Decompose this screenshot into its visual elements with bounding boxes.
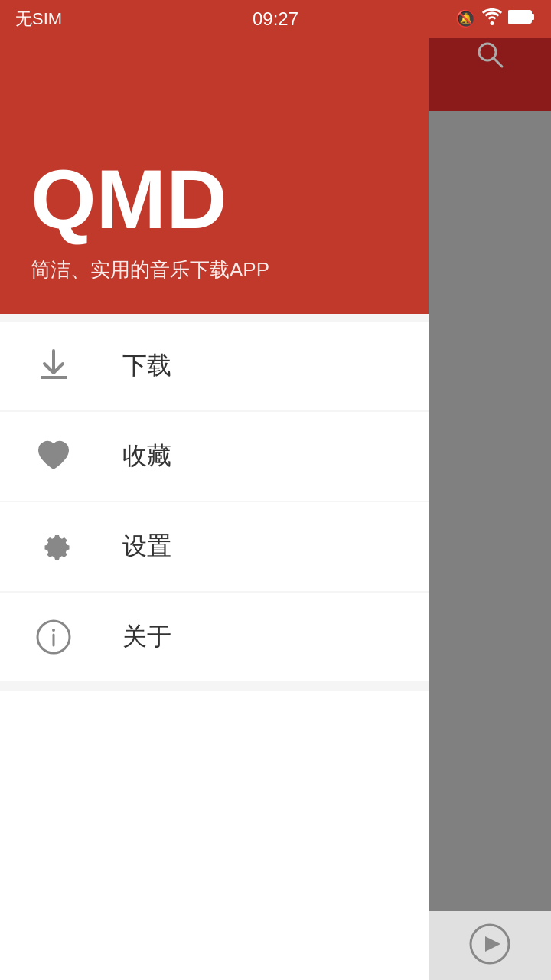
menu-item-download[interactable]: 下载 bbox=[0, 322, 429, 410]
download-icon bbox=[31, 343, 77, 389]
menu-label-about: 关于 bbox=[122, 620, 171, 654]
play-button-area[interactable] bbox=[429, 911, 551, 980]
info-icon bbox=[31, 614, 77, 660]
play-icon[interactable] bbox=[468, 923, 511, 969]
menu-label-download: 下载 bbox=[122, 349, 171, 383]
main-content-overlay[interactable] bbox=[429, 0, 551, 980]
navigation-drawer: QMD 简洁、实用的音乐下载APP 下载 收藏 bbox=[0, 38, 429, 980]
menu-item-favorites[interactable]: 收藏 bbox=[0, 412, 429, 501]
gear-icon bbox=[31, 524, 77, 570]
menu-label-settings: 设置 bbox=[122, 530, 171, 564]
drawer-header: QMD 简洁、实用的音乐下载APP bbox=[0, 38, 429, 314]
menu-item-settings[interactable]: 设置 bbox=[0, 502, 429, 591]
bell-mute-icon: 🔕 bbox=[455, 9, 476, 29]
svg-line-6 bbox=[494, 58, 502, 67]
svg-marker-8 bbox=[485, 936, 500, 952]
time-label: 09:27 bbox=[253, 8, 298, 30]
menu-label-favorites: 收藏 bbox=[122, 439, 171, 473]
svg-point-4 bbox=[52, 629, 55, 632]
drawer-menu: 下载 收藏 设置 bbox=[0, 314, 429, 691]
heart-icon bbox=[31, 433, 77, 479]
status-bar: 无SIM 09:27 🔕 bbox=[0, 0, 551, 38]
search-icon[interactable] bbox=[473, 38, 507, 74]
status-icons: 🔕 bbox=[455, 8, 536, 30]
wifi-icon bbox=[482, 8, 502, 30]
carrier-label: 无SIM bbox=[15, 8, 62, 31]
svg-rect-1 bbox=[531, 14, 534, 20]
svg-rect-0 bbox=[508, 11, 531, 23]
app-subtitle: 简洁、实用的音乐下载APP bbox=[31, 256, 398, 283]
battery-icon bbox=[508, 9, 536, 29]
app-title: QMD bbox=[31, 157, 398, 241]
menu-item-about[interactable]: 关于 bbox=[0, 593, 429, 681]
